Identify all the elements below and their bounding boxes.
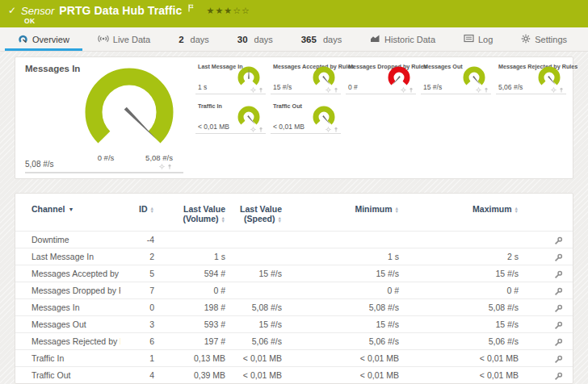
star-icon[interactable]: ☆ — [233, 6, 242, 15]
channel-settings-wrench-icon[interactable] — [520, 316, 573, 333]
gauge-gear-icon[interactable] — [250, 127, 256, 132]
cell-channel: Messages Rejected by Rules — [15, 333, 120, 350]
tab-number: 2 — [178, 35, 183, 44]
gauge-actions[interactable] — [476, 87, 489, 93]
main-gauge-messages-in[interactable]: Messages In 0 #/s 5,08 #/s 5,08 #/s — [15, 57, 193, 178]
tab-days-2[interactable]: 2days — [178, 27, 209, 51]
col-header-id[interactable]: ID▲▼ — [120, 194, 156, 232]
gauge-gear-icon[interactable] — [476, 87, 481, 93]
tab-days-30[interactable]: 30days — [237, 27, 273, 51]
gauge-pin-icon[interactable] — [334, 127, 338, 132]
tab-historic-data[interactable]: Historic Data — [370, 27, 435, 51]
small-gauges-grid: Last Message In1 sMessages Accepted by R… — [194, 59, 572, 138]
main-gauge-scale-min: 0 #/s — [98, 153, 115, 162]
cell-id: 2 — [120, 248, 156, 265]
gauge-actions[interactable] — [326, 127, 338, 132]
col-header-max[interactable]: Maximum▲▼ — [401, 194, 520, 232]
cell-id: 7 — [120, 282, 156, 299]
star-icon[interactable]: ☆ — [242, 6, 250, 15]
main-gauge-actions[interactable] — [159, 164, 172, 169]
gauge-actions[interactable] — [250, 87, 263, 93]
gauge-actions[interactable] — [401, 87, 414, 93]
main-gauge-underline — [25, 172, 183, 173]
gauge-value: 5,06 #/s — [498, 83, 523, 91]
tab-log[interactable]: Log — [464, 27, 493, 51]
channel-settings-wrench-icon[interactable] — [520, 282, 573, 299]
tab-label: days — [191, 35, 209, 44]
table-row-traffic-in: Traffic In10,13 MB< 0,01 MB< 0,01 MB< 0,… — [15, 350, 573, 367]
gauge-value: 1 s — [198, 83, 207, 91]
gauge-pin-icon[interactable] — [484, 87, 489, 93]
gauge-actions[interactable] — [326, 87, 338, 93]
tab-days-365[interactable]: 365days — [301, 27, 342, 51]
cell-max: 0 # — [401, 282, 520, 299]
channel-settings-wrench-icon[interactable] — [520, 248, 573, 265]
gauge-value: 15 #/s — [423, 83, 442, 91]
cell-id: 1 — [120, 350, 156, 367]
main-gauge-title: Messages In — [25, 64, 80, 73]
sensor-status-badge: OK — [24, 17, 35, 25]
cell-channel: Last Message In — [15, 248, 120, 265]
gauge-pin-icon[interactable] — [258, 127, 263, 132]
gauge-gear-icon[interactable] — [326, 87, 331, 93]
col-header-channel[interactable]: Channel▼ — [15, 194, 120, 232]
prtg-sensor-page: ✓ Sensor PRTG Data Hub Traffic ★★★☆☆ OK … — [0, 0, 588, 384]
channel-settings-wrench-icon[interactable] — [520, 265, 573, 282]
channel-table-panel: Channel▼ID▲▼Last Value(Volume)▲▼Last Val… — [15, 193, 573, 384]
gauge-messages-accepted-by-rules[interactable]: Messages Accepted by Rules15 #/s — [269, 59, 344, 98]
cell-vol: 0,13 MB — [156, 350, 227, 367]
gauge-gear-icon[interactable] — [401, 87, 406, 93]
gauge-pin-icon[interactable] — [167, 164, 172, 169]
cell-id: 4 — [120, 367, 156, 384]
gauge-pin-icon[interactable] — [559, 87, 564, 93]
gauge-value: < 0,01 MB — [273, 123, 304, 131]
sort-desc-icon: ▼ — [68, 207, 74, 212]
sort-icon: ▲▼ — [278, 216, 282, 223]
gauge-actions[interactable] — [551, 87, 564, 93]
gauge-traffic-in[interactable]: Traffic In< 0,01 MB — [194, 98, 269, 138]
sort-icon: ▲▼ — [150, 207, 154, 214]
gauge-underline — [346, 94, 416, 94]
tab-overview[interactable]: Overview — [18, 27, 69, 51]
cell-min — [284, 232, 401, 248]
gauge-messages-dropped-by-rules[interactable]: Messages Dropped by Rules0 # — [344, 59, 419, 98]
tab-settings[interactable]: Settings — [521, 27, 567, 51]
gauge-value: < 0,01 MB — [198, 123, 229, 131]
channel-settings-wrench-icon[interactable] — [520, 232, 573, 248]
cell-id: 0 — [120, 299, 156, 316]
star-icon[interactable]: ★ — [207, 6, 216, 15]
gauge-gear-icon[interactable] — [250, 87, 256, 93]
gauge-pin-icon[interactable] — [258, 87, 263, 93]
gauge-gear-icon[interactable] — [326, 127, 331, 132]
channel-settings-wrench-icon[interactable] — [520, 333, 573, 350]
col-header-min[interactable]: Minimum▲▼ — [284, 194, 401, 232]
star-icon[interactable]: ★ — [224, 6, 233, 15]
channel-settings-wrench-icon[interactable] — [520, 367, 573, 384]
gauge-underline — [421, 94, 491, 94]
channel-settings-wrench-icon[interactable] — [520, 350, 573, 367]
cell-max: 15 #/s — [401, 316, 520, 333]
gauge-messages-rejected-by-rules[interactable]: Messages Rejected by Rules5,06 #/s — [494, 59, 569, 98]
gauge-pin-icon[interactable] — [334, 87, 338, 93]
gauge-gear-icon[interactable] — [551, 87, 556, 93]
sort-icon: ▲▼ — [514, 207, 519, 214]
gauge-messages-out[interactable]: Messages Out15 #/s — [419, 59, 494, 98]
priority-star-rating[interactable]: ★★★☆☆ — [207, 6, 250, 16]
col-header-speed[interactable]: Last Value(Speed)▲▼ — [227, 194, 284, 232]
tab-label: days — [254, 35, 273, 44]
tab-live-data[interactable]: Live Data — [98, 27, 150, 51]
col-header-vol[interactable]: Last Value(Volume)▲▼ — [156, 194, 227, 232]
cell-min: 5,08 #/s — [284, 299, 401, 316]
cell-speed — [227, 232, 284, 248]
gauge-traffic-out[interactable]: Traffic Out< 0,01 MB — [269, 98, 344, 138]
table-row-messages-in: Messages In0198 #5,08 #/s5,08 #/s5,08 #/… — [15, 299, 573, 316]
gauge-gear-icon[interactable] — [159, 164, 165, 169]
gauge-actions[interactable] — [250, 127, 263, 132]
channel-settings-wrench-icon[interactable] — [520, 299, 573, 316]
gauge-pin-icon[interactable] — [409, 87, 414, 93]
star-icon[interactable]: ★ — [215, 6, 224, 15]
cell-vol: 197 # — [156, 333, 227, 350]
cell-channel: Downtime — [15, 232, 120, 248]
cell-id: 5 — [120, 265, 156, 282]
gauge-last-message-in[interactable]: Last Message In1 s — [194, 59, 269, 98]
